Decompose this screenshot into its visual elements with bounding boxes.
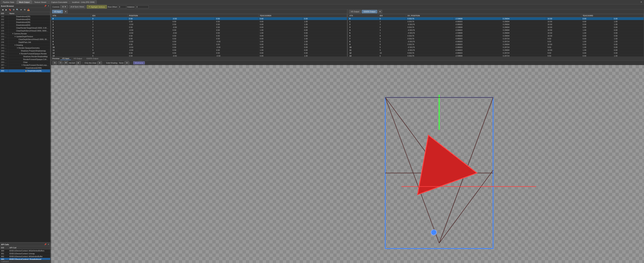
tree-row[interactable]: 232-236 ▼UpdateDepthTexture xyxy=(0,35,50,38)
tree-row[interactable]: 245-303 ▼RenderForwardOpaque.Render xyxy=(0,52,50,55)
table-row[interactable]: 980.500.500.500.000.00 xyxy=(51,43,347,46)
tab-mesh-output[interactable]: Mesh Output xyxy=(17,0,32,4)
expand-icon[interactable]: ▼ xyxy=(12,33,14,35)
table-row[interactable]: 000.50176-2.598080.2969410.500.000.00 xyxy=(348,17,644,20)
nav-forward-icon[interactable]: ▶ xyxy=(5,8,8,11)
tree-row[interactable]: 283-285 Clear xyxy=(0,61,50,64)
tree-row[interactable]: 256-278 RenderForwardOpaque.CollectShado… xyxy=(0,58,50,61)
expand-icon[interactable]: ▼ xyxy=(16,47,18,49)
vs-input-table-scroll[interactable]: VTX IDX POSITION TEXCOORD0 000.50-0.500.… xyxy=(51,14,347,57)
table-row[interactable]: 119-0.50176-0.866030.2969410.501.000.00 xyxy=(348,49,644,52)
tree-row[interactable]: 225 ClearRenderTargetView(0.0000, 0.0000… xyxy=(0,27,50,30)
bookmark-icon[interactable]: 🔖 xyxy=(8,8,12,11)
table-row[interactable]: 51-0.50176-2.598080.2969410.501.000.00 xyxy=(348,32,644,35)
close-icon-api[interactable]: ✕ xyxy=(48,243,49,245)
api-row[interactable]: 301ID3D11DeviceContext::Unmap xyxy=(0,252,50,255)
api-row[interactable]: 302ID3D11DeviceContext::IASetIndexBuffer xyxy=(0,255,50,258)
tree-row[interactable]: 241-328 ▼Drawing xyxy=(0,44,50,47)
tab-texture-viewer[interactable]: Texture Viewer xyxy=(32,0,49,4)
tree-row[interactable]: 242-303 ▼Render.OpaqueGeometry xyxy=(0,47,50,50)
table-cell: 0.00 xyxy=(303,29,347,32)
vs-input-tab[interactable]: VS Input xyxy=(52,10,63,13)
tree-row[interactable]: 222 DrawIndexed(54) xyxy=(0,24,50,27)
camera-mode-dropdown[interactable]: ▼ xyxy=(76,61,81,64)
move-btn[interactable]: ✥ xyxy=(64,61,68,64)
search-icon[interactable]: 🔍 xyxy=(16,8,19,11)
star-icon[interactable]: ★ xyxy=(20,8,22,11)
gsds-dropdown[interactable]: ▼ xyxy=(378,10,382,13)
expand-icon[interactable]: ▼ xyxy=(14,36,16,38)
reset-camera-btn[interactable]: ↺ xyxy=(58,61,63,64)
close-icon[interactable]: ✕ xyxy=(48,5,49,7)
table-row[interactable]: 000.50-0.500.500.000.00 xyxy=(51,17,347,20)
table-row[interactable]: 43-0.500.500.501.000.00 xyxy=(51,29,347,32)
table-row[interactable]: 740.50176-0.866030.297249.500.001.00 xyxy=(348,37,644,40)
tree-name-text: DrawIndexed(36) xyxy=(28,70,42,72)
tree-row[interactable]: 226 ClearDepthStencilView(0.0000, 000000… xyxy=(0,30,50,32)
settings-btn[interactable]: ⚙ xyxy=(52,61,57,64)
highlight-vertices-btn[interactable]: ✦ Highlight Vertices xyxy=(87,5,107,9)
table-row[interactable]: 105-0.50176-0.866030.297249.501.000.00 xyxy=(348,46,644,49)
sync-views-btn[interactable]: ⇄ ⇄ Sync Views xyxy=(69,5,86,9)
tree-row[interactable]: 192 DrawIndexed(30) xyxy=(0,15,50,18)
tab-capture-executable[interactable]: Capture Executable xyxy=(49,0,70,4)
table-row[interactable]: 300.50176-2.598080.2969410.500.000.00 xyxy=(348,26,644,29)
table-row[interactable]: 1360.50176-2.598080.297249.500.001.00 xyxy=(348,55,644,57)
api-row[interactable]: 300ID3D11DeviceContext::IASetVertexBuffe… xyxy=(0,249,50,252)
tree-row[interactable]: 212 DrawIndexed(36) xyxy=(0,21,50,24)
table-row[interactable]: 300.50-0.500.500.000.00 xyxy=(51,26,347,29)
table-row[interactable]: 12100.50176-0.866030.297249.500.000.00 xyxy=(348,52,644,55)
window-close[interactable]: ✕ xyxy=(640,1,643,3)
preview-tab-vs-input[interactable]: VS Input xyxy=(60,57,71,60)
table-row[interactable]: 980.50176-0.866030.2969410.500.000.00 xyxy=(348,43,644,46)
table-row[interactable]: 1360.50-0.50-0.500.001.00 xyxy=(51,55,347,57)
pin-icon-api[interactable]: 📌 xyxy=(44,243,46,245)
gsds-output-tab[interactable]: GS/DS Output xyxy=(362,10,377,13)
wireframe-btn[interactable]: Wireframe xyxy=(133,61,145,64)
gsds-table-scroll[interactable]: VTX IDX SV_POSITION TEXCOORD 000.50176-2… xyxy=(348,14,644,57)
table-row[interactable]: 680.500.500.500.000.00 xyxy=(51,35,347,37)
tree-row[interactable]: 246-253 Shadows.RenderShadowMap xyxy=(0,55,50,58)
tree-row[interactable]: 243-244 Shadows.PrepareShadowmap xyxy=(0,50,50,52)
table-row[interactable]: 120.500.500.500.001.00 xyxy=(51,20,347,23)
table-row[interactable]: 119-0.500.500.501.000.00 xyxy=(51,49,347,52)
vs-output-tab[interactable]: VS Output xyxy=(349,10,361,13)
table-row[interactable]: 85-0.50176-0.866030.297249.501.001.00 xyxy=(348,40,644,43)
filter-icon[interactable]: ⚙ xyxy=(12,8,15,11)
table-row[interactable]: 85-0.500.50-0.501.001.00 xyxy=(51,40,347,43)
export-icon[interactable]: 📤 xyxy=(27,8,30,11)
row-offset-input[interactable] xyxy=(118,6,126,9)
tree-row[interactable]: 202 DrawIndexed(54) xyxy=(0,18,50,21)
draw-mode-dropdown[interactable]: ▼ xyxy=(97,61,102,64)
instance-input[interactable] xyxy=(135,6,149,9)
tree-row[interactable]: 236 DepthPass.Job xyxy=(0,41,50,44)
expand-icon[interactable]: ▼ xyxy=(14,44,16,46)
table-row[interactable]: 740.500.500.500.001.00 xyxy=(51,37,347,40)
expand-icon[interactable]: ▼ xyxy=(21,64,23,66)
settings-icon[interactable]: ⚙ xyxy=(23,8,26,11)
table-row[interactable]: 105-0.500.50-0.501.000.00 xyxy=(51,46,347,49)
table-row[interactable]: 120.50176-0.866030.2969410.500.001.00 xyxy=(348,20,644,23)
vs-input-dropdown[interactable]: ▼ xyxy=(64,10,68,13)
preview-tab-vs-output[interactable]: VS Output xyxy=(72,57,84,60)
tab-pipeline-state[interactable]: Pipeline State xyxy=(1,0,16,4)
table-row[interactable]: 51-0.50-0.500.501.000.00 xyxy=(51,32,347,35)
tree-row[interactable]: 299 DrawIndexed(2496) xyxy=(0,67,50,70)
preview-tab-gsds-output[interactable]: GS/DS Output xyxy=(85,57,100,60)
shading-dropdown[interactable]: ▼ xyxy=(124,61,129,64)
nav-back-icon[interactable]: ◀ xyxy=(1,8,4,11)
table-row[interactable]: 12100.500.500.500.000.00 xyxy=(51,52,347,55)
expand-icon[interactable]: ▼ xyxy=(19,53,21,55)
table-row[interactable]: 23-0.500.500.500.001.00 xyxy=(51,23,347,26)
tab-localhost[interactable]: localhost - Unity [PID 2008] xyxy=(70,0,96,4)
tree-row[interactable]: 303 ▶DrawIndexed(36) xyxy=(0,70,50,73)
table-row[interactable]: 680.50176-0.866030.2969410.500.000.00 xyxy=(348,35,644,37)
api-row[interactable]: 303ID3D11DeviceContext::DrawIndexed xyxy=(0,258,50,260)
mesh-options-btn[interactable]: ⚙ ▼ xyxy=(60,5,68,9)
table-row[interactable]: 23-0.50176-0.866030.2969410.500.001.00 xyxy=(348,23,644,26)
tree-row[interactable]: 287-303 ▼RenderForward.RenderLoopJob xyxy=(0,64,50,67)
tree-row[interactable]: 231-335 ▼Camera.Render xyxy=(0,32,50,35)
tree-row[interactable]: 235 ClearDepthStencilView(0.0000, 000000… xyxy=(0,38,50,41)
table-row[interactable]: 43-0.50176-0.866030.2969410.501.000.00 xyxy=(348,29,644,32)
pin-icon[interactable]: 📌 xyxy=(44,5,46,7)
